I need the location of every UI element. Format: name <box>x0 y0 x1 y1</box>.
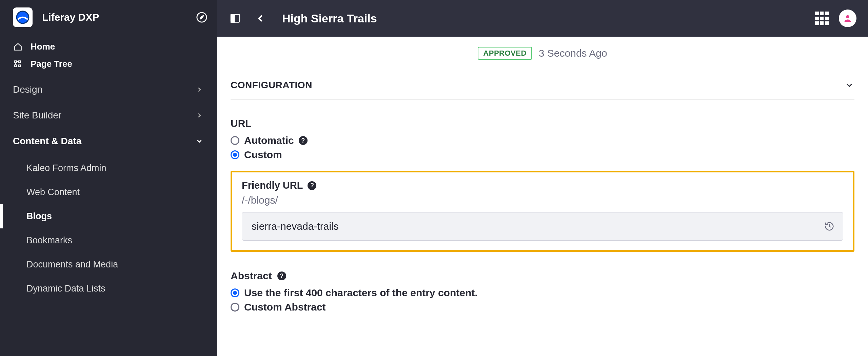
history-icon[interactable] <box>824 221 835 232</box>
home-icon <box>13 42 23 52</box>
svg-rect-7 <box>19 65 20 67</box>
svg-rect-6 <box>15 65 16 67</box>
app-title: Liferay DXP <box>42 12 196 23</box>
sidebar-quicklink-home[interactable]: Home <box>0 38 217 55</box>
friendly-url-group: Friendly URL ? /-/blogs/ <box>231 171 854 252</box>
abstract-option-custom[interactable]: Custom Abstract <box>231 301 854 313</box>
quicklink-label: Home <box>31 41 55 52</box>
status-time: 3 Seconds Ago <box>539 48 607 59</box>
url-section: URL Automatic ? Custom <box>231 118 854 161</box>
chevron-down-icon <box>844 80 854 90</box>
abstract-heading-text: Abstract <box>231 270 272 282</box>
friendly-url-prefix: /-/blogs/ <box>242 194 843 206</box>
status-bar: APPROVED 3 Seconds Ago <box>217 37 868 70</box>
help-icon[interactable]: ? <box>299 136 308 145</box>
status-badge: APPROVED <box>478 47 532 60</box>
radio-icon <box>231 288 239 297</box>
help-icon[interactable]: ? <box>308 181 316 190</box>
friendly-url-label: Friendly URL ? <box>242 180 843 191</box>
section-label: Design <box>13 84 42 95</box>
chevron-right-icon <box>195 111 204 120</box>
help-icon[interactable]: ? <box>277 271 286 280</box>
svg-rect-4 <box>15 61 16 62</box>
abstract-option-first400[interactable]: Use the first 400 characters of the entr… <box>231 287 854 299</box>
user-avatar[interactable] <box>839 10 856 27</box>
sidebar-quicklinks: Home Page Tree <box>0 35 217 77</box>
main-area: High Sierra Trails APPROVED 3 Seconds Ag… <box>217 0 868 356</box>
radio-label: Custom <box>244 149 282 161</box>
svg-rect-5 <box>19 61 20 62</box>
url-heading: URL <box>231 118 854 129</box>
quicklink-label: Page Tree <box>31 59 72 69</box>
radio-label: Use the first 400 characters of the entr… <box>244 287 478 299</box>
sidebar-item-dynamic-data-lists[interactable]: Dynamic Data Lists <box>0 277 217 301</box>
sidebar-section-site-builder[interactable]: Site Builder <box>0 102 217 128</box>
friendly-url-input[interactable] <box>242 212 843 241</box>
compass-icon[interactable] <box>196 12 208 23</box>
friendly-url-label-text: Friendly URL <box>242 180 303 191</box>
chevron-right-icon <box>195 85 204 94</box>
abstract-heading: Abstract ? <box>231 270 854 282</box>
svg-marker-3 <box>200 15 203 19</box>
panel-header[interactable]: CONFIGURATION <box>231 70 854 99</box>
sidebar-item-documents-and-media[interactable]: Documents and Media <box>0 252 217 277</box>
sidebar-header: Liferay DXP <box>0 0 217 35</box>
sidebar-subitems: Kaleo Forms Admin Web Content Blogs Book… <box>0 154 217 303</box>
panel-title: CONFIGURATION <box>231 80 312 91</box>
configuration-panel: CONFIGURATION URL Automatic ? <box>231 70 854 313</box>
sidebar-quicklink-page-tree[interactable]: Page Tree <box>0 55 217 73</box>
url-option-custom[interactable]: Custom <box>231 149 854 161</box>
sidebar-item-blogs[interactable]: Blogs <box>0 204 217 228</box>
sidebar-item-web-content[interactable]: Web Content <box>0 180 217 204</box>
radio-label: Custom Abstract <box>244 301 326 313</box>
app-logo[interactable] <box>13 7 33 27</box>
sidebar-item-kaleo-forms-admin[interactable]: Kaleo Forms Admin <box>0 156 217 180</box>
page-title: High Sierra Trails <box>282 12 377 25</box>
back-button[interactable] <box>254 12 267 25</box>
panel-toggle-icon[interactable] <box>229 12 242 25</box>
radio-icon <box>231 150 239 159</box>
svg-point-12 <box>846 15 849 18</box>
content: APPROVED 3 Seconds Ago CONFIGURATION URL <box>217 37 868 356</box>
sidebar-section-content-data[interactable]: Content & Data <box>0 128 217 154</box>
tree-icon <box>13 59 23 69</box>
sidebar-section-design[interactable]: Design <box>0 77 217 102</box>
chevron-down-icon <box>195 136 204 146</box>
sidebar-item-bookmarks[interactable]: Bookmarks <box>0 228 217 252</box>
radio-icon <box>231 136 239 145</box>
radio-label: Automatic <box>244 135 294 146</box>
url-option-automatic[interactable]: Automatic ? <box>231 135 854 146</box>
radio-icon <box>231 303 239 312</box>
svg-rect-11 <box>231 15 234 22</box>
topbar: High Sierra Trails <box>217 0 868 37</box>
apps-grid-icon[interactable] <box>815 12 829 25</box>
sidebar: Liferay DXP Home <box>0 0 217 356</box>
section-label: Site Builder <box>13 110 61 121</box>
abstract-section: Abstract ? Use the first 400 characters … <box>231 270 854 313</box>
section-label: Content & Data <box>13 136 81 147</box>
liferay-logo-icon <box>16 10 30 24</box>
